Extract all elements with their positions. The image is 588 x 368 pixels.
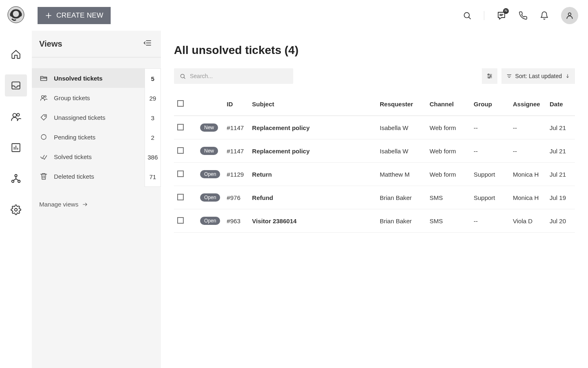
manage-views-label: Manage views <box>39 201 78 208</box>
sort-icon <box>506 73 512 79</box>
calls-button[interactable] <box>519 11 528 20</box>
table-row[interactable]: New#1147Replacement policyIsabella WWeb … <box>174 116 575 139</box>
svg-point-21 <box>490 76 491 77</box>
col-channel[interactable]: Channel <box>426 95 470 116</box>
search-input[interactable] <box>190 73 287 79</box>
row-checkbox[interactable] <box>177 171 184 177</box>
select-all-checkbox[interactable] <box>177 100 184 107</box>
ticket-date: Jul 20 <box>546 209 575 233</box>
view-count: 3 <box>145 108 160 128</box>
svg-point-20 <box>488 74 489 75</box>
plus-icon <box>45 12 52 19</box>
svg-point-7 <box>17 113 19 116</box>
messages-button[interactable]: N <box>497 11 506 20</box>
views-counts-column: 5 29 3 2 386 71 <box>145 68 161 187</box>
ticket-id: #1129 <box>223 163 249 186</box>
messages-badge: N <box>503 8 509 14</box>
nav-settings[interactable] <box>5 199 27 221</box>
ticket-subject: Replacement policy <box>249 116 376 139</box>
nav-tickets[interactable] <box>5 74 27 96</box>
col-subject[interactable]: Subject <box>249 95 376 116</box>
topbar-divider <box>484 11 484 20</box>
svg-point-22 <box>488 77 490 79</box>
table-row[interactable]: New#1147Replacement policyIsabella WWeb … <box>174 139 575 163</box>
svg-point-4 <box>13 11 19 17</box>
profile-avatar[interactable] <box>561 7 578 24</box>
notifications-button[interactable] <box>540 11 549 20</box>
col-id[interactable]: ID <box>223 95 249 116</box>
row-checkbox[interactable] <box>177 147 184 154</box>
view-item-group[interactable]: Group tickets <box>32 88 161 108</box>
nav-reports[interactable] <box>5 137 27 159</box>
table-header-row: ID Subject Resquester Channel Group Assi… <box>174 95 575 116</box>
status-pill: Open <box>200 193 220 202</box>
ticket-channel: SMS <box>426 209 470 233</box>
nav-org[interactable] <box>5 168 27 190</box>
ticket-requester: Matthew M <box>376 163 426 186</box>
col-assignee[interactable]: Assignee <box>510 95 546 116</box>
ticket-date: Jul 21 <box>546 163 575 186</box>
svg-rect-3 <box>19 13 22 16</box>
views-collapse-button[interactable] <box>143 38 152 49</box>
view-item-unassigned[interactable]: Unassigned tickets <box>32 108 161 127</box>
view-item-deleted[interactable]: Deleted tickets <box>32 166 161 186</box>
nav-home[interactable] <box>5 43 27 65</box>
view-item-solved[interactable]: Solved tickets <box>32 147 161 166</box>
ticket-subject: Return <box>249 163 376 186</box>
svg-point-14 <box>568 13 571 16</box>
row-checkbox[interactable] <box>177 194 184 200</box>
ticket-requester: Brian Baker <box>376 209 426 233</box>
trash-icon <box>39 172 48 180</box>
ticket-id: #1147 <box>223 139 249 163</box>
col-date[interactable]: Date <box>546 95 575 116</box>
tag-icon <box>39 113 48 121</box>
ticket-group: -- <box>470 139 510 163</box>
manage-views-link[interactable]: Manage views <box>39 201 161 208</box>
search-icon <box>463 11 472 20</box>
ticket-assignee: Monica H <box>510 186 546 209</box>
ticket-assignee: -- <box>510 116 546 139</box>
ticket-channel: SMS <box>426 186 470 209</box>
table-row[interactable]: Open#976RefundBrian BakerSMSSupportMonic… <box>174 186 575 209</box>
global-search-button[interactable] <box>463 11 472 20</box>
search-box[interactable] <box>174 68 293 84</box>
table-row[interactable]: Open#1129ReturnMatthew MWeb formSupportM… <box>174 163 575 186</box>
svg-point-12 <box>15 209 18 211</box>
ticket-id: #976 <box>223 186 249 209</box>
ticket-date: Jul 21 <box>546 139 575 163</box>
svg-point-6 <box>13 113 16 117</box>
ticket-subject: Replacement policy <box>249 139 376 163</box>
table-row[interactable]: Open#963Visitor 2386014Brian BakerSMS--V… <box>174 209 575 233</box>
ticket-subject: Refund <box>249 186 376 209</box>
col-requester[interactable]: Resquester <box>376 95 426 116</box>
ticket-assignee: Monica H <box>510 163 546 186</box>
view-item-unsolved[interactable]: Unsolved tickets <box>32 68 161 88</box>
row-checkbox[interactable] <box>177 217 184 224</box>
ticket-assignee: Viola D <box>510 209 546 233</box>
nav-contacts[interactable] <box>5 105 27 128</box>
ticket-channel: Web form <box>426 139 470 163</box>
ticket-id: #1147 <box>223 116 249 139</box>
ticket-channel: Web form <box>426 116 470 139</box>
users-icon <box>39 94 48 102</box>
collapse-icon <box>143 38 152 47</box>
check-icon <box>39 153 48 161</box>
row-checkbox[interactable] <box>177 124 184 130</box>
user-icon <box>566 11 574 20</box>
phone-icon <box>519 11 528 20</box>
create-new-button[interactable]: CREATE NEW <box>38 7 111 24</box>
tickets-toolbar: Sort: Last updated <box>174 68 575 84</box>
tickets-table: ID Subject Resquester Channel Group Assi… <box>174 95 575 233</box>
view-count: 71 <box>145 167 160 186</box>
view-item-label: Solved tickets <box>54 153 92 160</box>
col-group[interactable]: Group <box>470 95 510 116</box>
arrow-down-icon <box>565 74 570 79</box>
sort-button[interactable]: Sort: Last updated <box>501 68 575 84</box>
filter-button[interactable] <box>482 68 497 84</box>
topbar: CREATE NEW N <box>32 0 588 31</box>
view-item-label: Deleted tickets <box>54 173 94 180</box>
view-item-pending[interactable]: Pending tickets <box>32 127 161 147</box>
main-content: All unsolved tickets (4) Sort: Last upda… <box>161 31 588 368</box>
view-count: 29 <box>145 88 160 108</box>
arrow-right-icon <box>82 201 88 208</box>
